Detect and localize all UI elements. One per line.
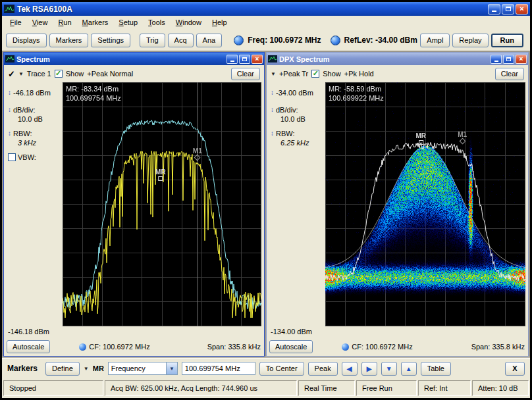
dpx-dbdiv-value[interactable]: 10.0 dB xyxy=(280,115,324,123)
table-button[interactable]: Table xyxy=(421,362,451,376)
trace-selector[interactable]: Trace 1 xyxy=(27,70,51,78)
cf-icon[interactable] xyxy=(79,343,86,351)
spectrum-titlebar[interactable]: Spectrum × xyxy=(4,53,264,65)
spectrum-window: Spectrum × ✓ ▼ Trace 1 ✓ Show +Peak Norm… xyxy=(3,52,265,357)
clear-button[interactable]: Clear xyxy=(231,68,260,80)
dpx-trace-dropdown-icon[interactable]: ▼ xyxy=(271,71,276,77)
menu-file[interactable]: File xyxy=(5,17,27,28)
status-acq-info: Acq BW: 625.00 kHz, Acq Length: 744.960 … xyxy=(105,380,297,396)
app-title: Tek RSA6100A xyxy=(17,5,488,14)
status-trigger: Free Run xyxy=(356,380,417,396)
ampl-button[interactable]: Ampl xyxy=(420,34,450,47)
dpx-maximize-icon[interactable] xyxy=(503,55,514,64)
vbw-label: VBW: xyxy=(18,153,36,161)
dpx-cf-icon[interactable] xyxy=(342,343,349,351)
menu-view[interactable]: View xyxy=(27,17,53,28)
peak-right-button[interactable]: ▶ xyxy=(361,362,377,376)
dbdiv-label: dB/div: xyxy=(13,106,36,114)
show-checkbox[interactable]: ✓ xyxy=(55,70,63,78)
menu-setup[interactable]: Setup xyxy=(113,17,143,28)
dpx-rbw-value[interactable]: 6.25 kHz xyxy=(280,139,324,147)
peak-button[interactable]: Peak xyxy=(308,362,338,376)
to-center-button[interactable]: To Center xyxy=(259,362,304,376)
spectrum-minimize-icon[interactable] xyxy=(226,55,238,64)
selected-marker-label[interactable]: MR xyxy=(93,364,104,372)
peak-left-button[interactable]: ◀ xyxy=(342,362,358,376)
replay-button[interactable]: Replay xyxy=(452,34,488,47)
dpx-title: DPX Spectrum xyxy=(279,55,491,63)
app-icon xyxy=(4,5,14,13)
dpx-minimize-icon[interactable] xyxy=(491,55,502,64)
rbw-label: RBW: xyxy=(13,130,32,138)
dpx-window-icon xyxy=(268,55,277,63)
main-area: Spectrum × ✓ ▼ Trace 1 ✓ Show +Peak Norm… xyxy=(2,51,530,358)
menu-bar: File View Run Markers Setup Tools Window… xyxy=(2,16,530,29)
run-button[interactable]: Run xyxy=(491,34,523,47)
ref-level-spinner-icon[interactable]: ↕ xyxy=(8,89,11,96)
dpx-show-checkbox[interactable]: ✓ xyxy=(311,70,319,78)
markers-bar-title: Markers xyxy=(7,364,38,373)
dpx-autoscale-button[interactable]: Autoscale xyxy=(269,340,313,353)
autoscale-button[interactable]: Autoscale xyxy=(7,340,50,353)
dpx-rbw-spinner-icon[interactable]: ↕ xyxy=(271,130,274,137)
rbw-value[interactable]: 3 kHz xyxy=(18,139,61,147)
marker-frequency-input[interactable] xyxy=(182,362,255,375)
peak-higher-button[interactable]: ▲ xyxy=(401,362,417,376)
menu-window[interactable]: Window xyxy=(171,17,207,28)
trace-enabled-check-icon[interactable]: ✓ xyxy=(8,70,15,78)
ref-level-value[interactable]: -46.18 dBm xyxy=(13,89,51,97)
dbdiv-value[interactable]: 10.0 dB xyxy=(18,115,61,123)
dpx-window: DPX Spectrum × ▼ +Peak Tr ✓ Show +Pk Hol… xyxy=(266,52,529,357)
vbw-checkbox[interactable] xyxy=(8,153,16,161)
menu-run[interactable]: Run xyxy=(53,17,76,28)
dpx-titlebar[interactable]: DPX Spectrum × xyxy=(267,53,528,65)
spectrum-window-icon xyxy=(5,55,14,63)
status-bar: Stopped Acq BW: 625.00 kHz, Acq Length: … xyxy=(2,378,530,398)
menu-tools[interactable]: Tools xyxy=(143,17,171,28)
acq-button[interactable]: Acq xyxy=(168,34,194,47)
dpx-rbw-label: RBW: xyxy=(276,130,295,138)
spectrum-plot[interactable]: MR: -83.34 dBm 100.699754 MHz MR M1 xyxy=(63,82,261,326)
trace-dropdown-icon[interactable]: ▼ xyxy=(18,71,24,77)
dpx-close-icon[interactable]: × xyxy=(516,55,527,64)
marker-select-dropdown-icon[interactable]: ▼ xyxy=(84,366,89,372)
ana-button[interactable]: Ana xyxy=(196,34,223,47)
cf-value: CF: 100.6972 MHz xyxy=(89,343,149,351)
close-markers-button[interactable]: X xyxy=(505,362,525,376)
spectrum-sidebar: ↕-46.18 dBm ↕dB/div: 10.0 dB ↕RBW: 3 kHz… xyxy=(5,82,63,326)
status-real-time: Real Time xyxy=(298,380,355,396)
spectrum-maximize-icon[interactable] xyxy=(239,55,250,64)
menu-help[interactable]: Help xyxy=(207,17,232,28)
dpx-ref-level-value[interactable]: -34.00 dBm xyxy=(276,89,313,97)
dpx-dbdiv-label: dB/div: xyxy=(276,106,298,114)
dpx-plot[interactable]: MR: -58.59 dBm 100.699922 MHz MR M1 xyxy=(325,82,525,326)
dpx-clear-button[interactable]: Clear xyxy=(495,68,524,80)
status-atten: Atten: 10 dB xyxy=(472,380,529,396)
settings-button[interactable]: Settings xyxy=(91,34,130,47)
maximize-icon[interactable] xyxy=(502,4,514,14)
dpx-trace-selector[interactable]: +Peak Tr xyxy=(279,70,308,78)
close-icon[interactable]: × xyxy=(516,4,528,14)
dpx-dbdiv-spinner-icon[interactable]: ↕ xyxy=(271,107,274,113)
freq-shortcut-icon[interactable] xyxy=(234,36,244,45)
spectrum-close-icon[interactable]: × xyxy=(252,55,263,64)
dpx-bottom-level-value: -134.00 dBm xyxy=(271,328,312,338)
reflev-readout: RefLev: -34.00 dBm xyxy=(344,36,417,45)
markers-button[interactable]: Markers xyxy=(49,34,89,47)
toolbar: Displays Markers Settings Trig Acq Ana F… xyxy=(2,30,530,51)
menu-markers[interactable]: Markers xyxy=(77,17,114,28)
displays-button[interactable]: Displays xyxy=(6,34,47,47)
minimize-icon[interactable] xyxy=(488,4,500,14)
trig-button[interactable]: Trig xyxy=(140,34,165,47)
peak-lower-button[interactable]: ▼ xyxy=(381,362,397,376)
rbw-spinner-icon[interactable]: ↕ xyxy=(8,130,11,137)
dpx-mode-label: +Pk Hold xyxy=(344,70,374,78)
reflev-shortcut-icon[interactable] xyxy=(331,36,340,45)
app-titlebar[interactable]: Tek RSA6100A × xyxy=(2,2,530,16)
define-button[interactable]: Define xyxy=(45,362,80,376)
combo-dropdown-icon[interactable]: ▼ xyxy=(166,362,177,374)
dbdiv-spinner-icon[interactable]: ↕ xyxy=(8,107,11,113)
marker-field-select[interactable]: Frequency ▼ xyxy=(108,362,178,375)
dpx-bottom-bar: Autoscale CF: 100.6972 MHz Span: 335.8 k… xyxy=(269,338,525,355)
dpx-ref-level-spinner-icon[interactable]: ↕ xyxy=(271,89,274,96)
